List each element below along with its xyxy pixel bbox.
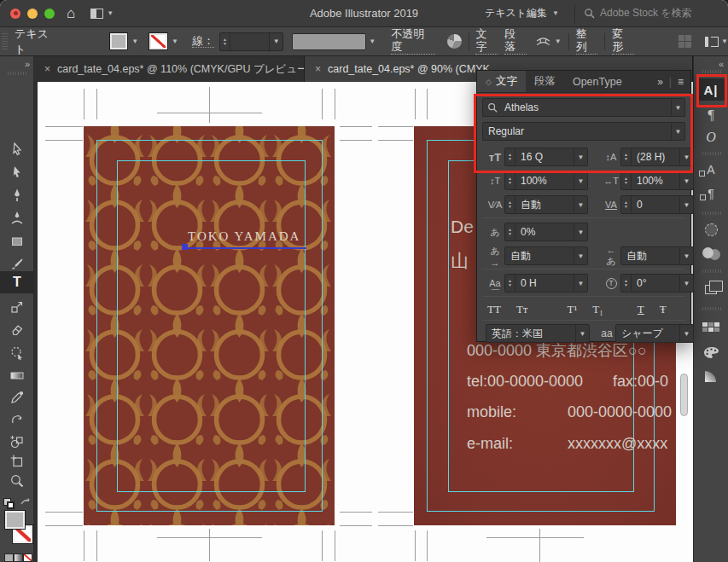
color-button[interactable] — [4, 553, 14, 562]
fill-color-swatch[interactable] — [109, 32, 129, 50]
swatches-panel-icon[interactable] — [696, 316, 725, 338]
text-anchor-point[interactable] — [182, 244, 188, 250]
stepper[interactable]: ▲▼ — [505, 196, 515, 213]
expand-tools-icon[interactable]: » — [25, 59, 29, 69]
dock-options-icon[interactable]: ▼ — [705, 37, 728, 47]
strikethrough-button[interactable]: Ŧ — [660, 303, 667, 316]
stepper[interactable]: ▲▼ — [505, 275, 515, 292]
panel-grip[interactable] — [2, 33, 8, 50]
stepper[interactable]: ▲▼ — [621, 148, 632, 165]
scale-tool[interactable] — [0, 296, 34, 318]
panel-grip[interactable] — [702, 307, 721, 310]
envelope-warp-icon[interactable] — [535, 36, 551, 47]
character-panel-icon[interactable]: A| — [696, 78, 725, 101]
panel-menu-icon[interactable]: ≡ — [678, 76, 684, 88]
opacity-link[interactable]: 不透明度 — [391, 28, 434, 55]
fill-swatch[interactable] — [4, 510, 26, 530]
small-caps-button[interactable]: Tᴛ — [516, 303, 528, 316]
chevron-down-icon[interactable]: ▼ — [671, 99, 684, 116]
layout-switcher-button[interactable]: ▼ — [90, 9, 114, 19]
paragraph-styles-panel-icon[interactable]: ¶ — [696, 183, 725, 205]
chevron-down-icon[interactable]: ▼ — [679, 148, 693, 165]
aki-after-select[interactable]: 自動 ▼ — [620, 246, 694, 265]
transparency-panel-icon[interactable] — [696, 242, 725, 264]
close-tab-icon[interactable]: × — [315, 63, 321, 75]
chevron-down-icon[interactable]: ▼ — [671, 123, 684, 140]
chevron-down-icon[interactable]: ▼ — [574, 148, 587, 165]
chevron-down-icon[interactable]: ▼ — [131, 38, 138, 45]
rotate-view-tool[interactable] — [0, 408, 34, 431]
tracking-field[interactable]: ▲▼ 0 ▼ — [620, 195, 694, 214]
color-panel-icon[interactable] — [696, 341, 725, 363]
rectangle-tool[interactable] — [0, 230, 34, 252]
stroke-weight-field[interactable]: ▲▼ ▼ — [219, 32, 283, 51]
card-back-fax[interactable]: fax:00-0 — [613, 373, 668, 391]
home-icon[interactable]: ⌂ — [67, 6, 75, 20]
pen-tool[interactable] — [0, 184, 34, 206]
join-tool[interactable] — [0, 342, 34, 364]
font-size-field[interactable]: ▲▼ 16 Q ▼ — [504, 148, 588, 166]
panel-grip[interactable] — [8, 72, 26, 75]
vertical-scrollbar-thumb[interactable] — [680, 374, 688, 416]
curvature-tool[interactable] — [0, 207, 34, 229]
panel-grip[interactable] — [702, 70, 721, 73]
chevron-down-icon[interactable]: ▼ — [679, 247, 693, 264]
leading-field[interactable]: ▲▼ (28 H) ▼ — [620, 148, 694, 166]
close-window-button[interactable] — [10, 9, 20, 19]
align-link[interactable]: 整列 — [576, 28, 598, 55]
character-styles-panel-icon[interactable]: A — [696, 159, 725, 181]
none-button[interactable] — [23, 553, 32, 562]
zoom-window-button[interactable] — [44, 9, 55, 19]
stroke-profile-select[interactable] — [292, 33, 366, 50]
card-back-partial-text[interactable]: 山 — [451, 249, 469, 273]
chevron-down-icon[interactable]: ▼ — [555, 38, 562, 45]
panel-grip[interactable] — [702, 211, 721, 215]
baseline-shift-field[interactable]: ▲▼ 0 H ▼ — [504, 274, 588, 293]
aki-before-select[interactable]: 自動 ▼ — [504, 246, 588, 265]
chevron-down-icon[interactable]: ▼ — [679, 172, 693, 189]
panel-overflow-icon[interactable]: » — [657, 76, 663, 88]
tab-opentype[interactable]: OpenType — [564, 71, 631, 92]
eyedropper-tool[interactable] — [0, 386, 34, 408]
chevron-down-icon[interactable]: ▼ — [574, 172, 587, 189]
direct-selection-tool[interactable] — [0, 161, 34, 183]
stepper[interactable]: ▲▼ — [505, 223, 515, 240]
stock-search-input[interactable]: Adobe Stock を検索 — [574, 4, 721, 23]
stepper[interactable]: ▲▼ — [621, 196, 632, 213]
minimize-window-button[interactable] — [27, 9, 38, 19]
chevron-down-icon[interactable]: ▼ — [369, 38, 376, 45]
opentype-panel-icon[interactable]: O — [696, 126, 725, 148]
card-back-mobile-value[interactable]: 000-0000-0000 — [568, 403, 672, 421]
font-style-select[interactable]: Regular ▼ — [482, 122, 685, 141]
chevron-down-icon[interactable]: ▼ — [679, 275, 693, 292]
mini-fill-stroke-indicator[interactable] — [3, 495, 31, 509]
chevron-down-icon[interactable]: ▼ — [679, 325, 693, 342]
card-back-mobile-label[interactable]: mobile: — [467, 403, 516, 421]
card-back-email-label[interactable]: e-mail: — [467, 435, 513, 453]
gradient-panel-icon[interactable] — [696, 365, 725, 387]
chevron-down-icon[interactable]: ▼ — [574, 196, 587, 213]
horizontal-scale-field[interactable]: ▲▼ 100% ▼ — [620, 171, 694, 190]
panel-grip[interactable] — [702, 152, 721, 155]
vertical-scale-field[interactable]: ▲▼ 100% ▼ — [504, 171, 588, 190]
recolor-artwork-icon[interactable] — [447, 34, 462, 49]
anti-alias-select[interactable]: シャープ ▼ — [615, 324, 694, 343]
card-name-text[interactable]: TOKO YAMADA — [188, 229, 300, 244]
stepper[interactable]: ▲▼ — [505, 172, 515, 189]
chevron-down-icon[interactable]: ▼ — [574, 223, 587, 240]
type-tool[interactable]: T — [0, 271, 34, 293]
gradient-tool[interactable] — [0, 364, 34, 386]
card-back-partial-text[interactable]: De — [451, 217, 474, 237]
tsume-field[interactable]: ▲▼ 0% ▼ — [504, 223, 588, 241]
chevron-down-icon[interactable]: ▼ — [574, 275, 587, 292]
panel-grip[interactable] — [702, 269, 721, 273]
eraser-tool[interactable] — [0, 319, 34, 341]
close-tab-icon[interactable]: × — [44, 63, 50, 75]
language-select[interactable]: 英語：米国 ▼ — [486, 324, 590, 343]
chevron-down-icon[interactable]: ▼ — [269, 33, 282, 50]
tab-character[interactable]: ◇ 文字 — [477, 71, 526, 92]
chevron-down-icon[interactable]: ▼ — [679, 196, 693, 213]
character-rotation-field[interactable]: ▲▼ 0° ▼ — [620, 274, 694, 293]
zoom-tool[interactable] — [0, 470, 34, 492]
appearance-panel-icon[interactable] — [696, 218, 725, 240]
